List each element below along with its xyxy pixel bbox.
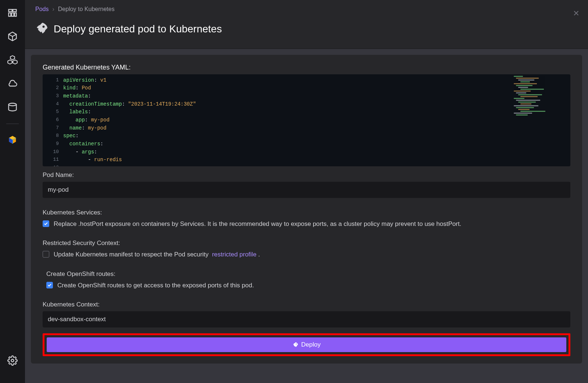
nav-dashboard[interactable] <box>6 6 19 20</box>
content-scroll[interactable]: Generated Kubernetes YAML: 1234567891011… <box>25 49 588 383</box>
top-header: Pods › Deploy to Kubernetes × Deploy gen… <box>25 0 588 49</box>
routes-checkbox[interactable] <box>46 282 53 288</box>
editor-code[interactable]: apiVersion: v1kind: Podmetadata: creatio… <box>63 74 570 166</box>
services-text: Replace .hostPort exposure on containers… <box>54 219 570 229</box>
routes-row: Create OpenShift routes to get access to… <box>46 281 570 290</box>
services-checkbox[interactable] <box>43 220 49 227</box>
cube-icon <box>7 31 18 42</box>
svg-rect-1 <box>13 10 16 12</box>
context-label: Kubernetes Context: <box>43 301 570 308</box>
restricted-text-post: . <box>258 251 260 258</box>
dashboard-icon <box>7 8 18 18</box>
restricted-row: Update Kubernetes manifest to respect th… <box>43 250 570 259</box>
svg-point-6 <box>11 359 14 362</box>
breadcrumb-current: Deploy to Kubernetes <box>58 6 115 13</box>
nav-containers[interactable] <box>6 29 19 43</box>
cubes-icon <box>7 55 18 65</box>
pod-name-label: Pod Name: <box>43 171 570 179</box>
yaml-editor[interactable]: 123456789101112 apiVersion: v1kind: Podm… <box>43 74 570 166</box>
form-card: Generated Kubernetes YAML: 1234567891011… <box>31 55 582 364</box>
services-label: Kubernetes Services: <box>43 209 570 216</box>
context-input[interactable] <box>43 311 570 327</box>
breadcrumb-separator: › <box>52 6 54 13</box>
restricted-label: Restricted Security Context: <box>43 240 570 247</box>
svg-rect-3 <box>12 13 14 16</box>
breadcrumb: Pods › Deploy to Kubernetes <box>35 6 578 13</box>
svg-rect-0 <box>9 10 12 12</box>
nav-pods[interactable] <box>6 53 19 67</box>
svg-rect-2 <box>9 13 11 16</box>
nav-extension[interactable] <box>6 133 19 147</box>
svg-point-5 <box>9 103 17 106</box>
sidebar <box>0 0 25 383</box>
extension-cube-icon <box>7 135 18 145</box>
restricted-profile-link[interactable]: restricted profile <box>212 251 257 258</box>
database-icon <box>7 102 18 112</box>
sidebar-separator <box>6 124 19 124</box>
breadcrumb-root[interactable]: Pods <box>35 6 49 13</box>
deploy-highlight: Deploy <box>43 333 570 356</box>
gear-icon <box>7 355 18 366</box>
routes-label: Create OpenShift routes: <box>46 270 570 278</box>
restricted-checkbox[interactable] <box>43 251 49 258</box>
rocket-icon <box>35 22 49 36</box>
svg-rect-4 <box>15 13 17 16</box>
cloud-icon <box>7 78 18 89</box>
rocket-small-icon <box>293 342 298 348</box>
services-row: Replace .hostPort exposure on containers… <box>43 219 570 229</box>
editor-gutter: 123456789101112 <box>43 74 63 166</box>
nav-images[interactable] <box>6 77 19 91</box>
close-button[interactable]: × <box>573 8 579 18</box>
page-title: Deploy generated pod to Kubernetes <box>54 23 222 35</box>
nav-volumes[interactable] <box>6 100 19 114</box>
pod-name-input[interactable] <box>43 182 570 198</box>
restricted-text-pre: Update Kubernetes manifest to respect th… <box>54 251 208 258</box>
routes-text: Create OpenShift routes to get access to… <box>57 281 570 290</box>
deploy-button[interactable]: Deploy <box>47 337 566 352</box>
nav-settings[interactable] <box>6 354 19 368</box>
main-area: Pods › Deploy to Kubernetes × Deploy gen… <box>25 0 588 383</box>
restricted-text: Update Kubernetes manifest to respect th… <box>54 250 570 259</box>
deploy-button-label: Deploy <box>301 341 321 348</box>
yaml-section-label: Generated Kubernetes YAML: <box>43 64 570 71</box>
